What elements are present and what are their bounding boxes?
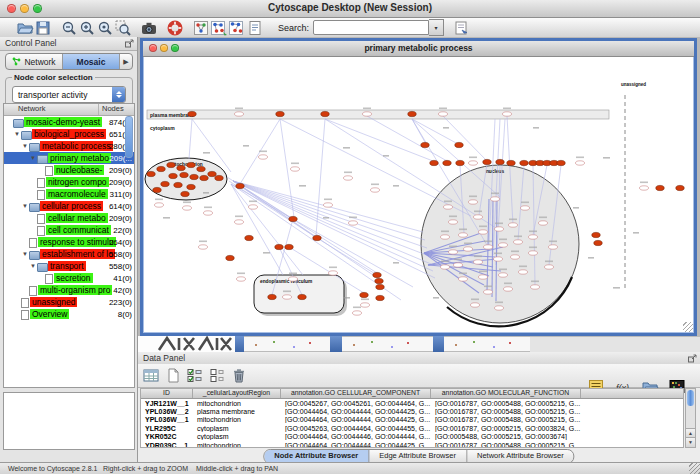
- network-tree-row[interactable]: unassigned223(0): [4, 296, 134, 308]
- network-tree-row[interactable]: cellular metabo209(0): [4, 212, 134, 224]
- network-node[interactable]: [469, 161, 478, 165]
- annotation-icon[interactable]: [246, 19, 264, 37]
- network-node[interactable]: [464, 247, 473, 251]
- background-window-preview[interactable]: [444, 336, 530, 352]
- background-window-frame[interactable]: [330, 336, 342, 352]
- network-node-selected[interactable]: [157, 166, 165, 171]
- column-cellular-layout-region[interactable]: _cellularLayoutRegion: [193, 389, 281, 398]
- network-node-selected[interactable]: [313, 235, 321, 240]
- network-node[interactable]: [329, 271, 338, 275]
- network-node[interactable]: [495, 227, 504, 231]
- tree-expand-icon[interactable]: ▼: [22, 200, 29, 212]
- network-node-selected[interactable]: [153, 187, 161, 192]
- network-node[interactable]: [499, 273, 508, 277]
- network-node-selected[interactable]: [190, 174, 198, 179]
- network-node[interactable]: [484, 290, 493, 294]
- table-row[interactable]: YDR039C__1mitochondrion[GO:0044464, GO:0…: [141, 441, 683, 448]
- search-dropdown-arrow-icon[interactable]: ▾: [429, 19, 444, 36]
- network-node-selected[interactable]: [276, 111, 284, 116]
- network-node-selected[interactable]: [208, 171, 216, 176]
- attribute-table-icon[interactable]: [142, 367, 160, 384]
- network-node-selected[interactable]: [455, 142, 463, 147]
- network-node[interactable]: [549, 245, 558, 249]
- network-node[interactable]: [449, 250, 458, 254]
- network-tree-row[interactable]: ▼metabolic process280(0): [4, 140, 134, 152]
- network-node[interactable]: [344, 176, 353, 180]
- network-node[interactable]: [469, 200, 478, 204]
- tree-expand-icon[interactable]: ▼: [22, 140, 29, 152]
- network-node[interactable]: [495, 306, 504, 310]
- network-tree-row[interactable]: macromolecule311(0): [4, 188, 134, 200]
- network-node[interactable]: [361, 303, 370, 307]
- network-node-selected[interactable]: [520, 160, 528, 165]
- network-node[interactable]: [529, 235, 538, 239]
- network-node-selected[interactable]: [373, 272, 381, 277]
- network-node[interactable]: [576, 161, 585, 165]
- table-row[interactable]: YKR052Ccytoplasm[GO:0044464, GO:0044446,…: [141, 433, 683, 441]
- network-node-selected[interactable]: [161, 181, 169, 186]
- network-node-selected[interactable]: [147, 171, 155, 176]
- tree-scrollbar-thumb[interactable]: [125, 116, 133, 158]
- table-row[interactable]: YJR121W__1mitochondrion[GO:0045267, GO:0…: [141, 399, 683, 407]
- network-node-selected[interactable]: [421, 142, 429, 147]
- table-row[interactable]: YLR295Ccytoplasm[GO:0045263, GO:0044464,…: [141, 424, 683, 432]
- network-node[interactable]: [289, 277, 298, 281]
- network-node[interactable]: [491, 197, 500, 201]
- network-node-selected[interactable]: [483, 159, 491, 164]
- copy-network-view-icon[interactable]: [210, 19, 228, 37]
- network-node[interactable]: [531, 285, 540, 289]
- tree-expand-icon[interactable]: ▼: [14, 128, 21, 140]
- network-node[interactable]: [291, 167, 300, 171]
- network-node[interactable]: [499, 243, 508, 247]
- network-node-selected[interactable]: [298, 294, 306, 299]
- table-scrollbar-thumb[interactable]: [687, 390, 694, 406]
- network-node[interactable]: [640, 186, 649, 190]
- tab-network[interactable]: Network: [6, 54, 63, 69]
- save-icon[interactable]: [34, 19, 52, 37]
- network-node[interactable]: [441, 235, 450, 239]
- network-node[interactable]: [371, 188, 380, 192]
- network-node-selected[interactable]: [188, 111, 196, 116]
- zoom-in-icon[interactable]: [78, 19, 96, 37]
- birds-eye-view[interactable]: [3, 392, 135, 450]
- column-go-cellular-component[interactable]: annotation.GO CELLULAR_COMPONENT: [281, 389, 431, 398]
- network-node[interactable]: [353, 311, 362, 315]
- background-window-zoomed-label[interactable]: [155, 336, 235, 352]
- network-node-selected[interactable]: [285, 244, 293, 249]
- network-node[interactable]: [503, 112, 512, 116]
- delete-attribute-trash-icon[interactable]: [230, 367, 248, 384]
- network-node-selected[interactable]: [456, 160, 464, 165]
- network-node-selected[interactable]: [174, 182, 182, 187]
- network-node-selected[interactable]: [169, 173, 177, 178]
- network-node[interactable]: [459, 277, 468, 281]
- network-canvas[interactable]: plasma membrane cytoplasm mitochondrion …: [143, 57, 694, 333]
- network-tree-row[interactable]: ▼cellular process614(0): [4, 200, 134, 212]
- network-node[interactable]: [235, 220, 244, 224]
- network-node[interactable]: [449, 220, 458, 224]
- network-node-selected[interactable]: [496, 159, 504, 164]
- app-title-bar[interactable]: Cytoscape Desktop (New Session): [0, 0, 700, 18]
- network-node[interactable]: [235, 112, 244, 116]
- network-node-selected[interactable]: [236, 183, 244, 188]
- snapshot-camera-icon[interactable]: [140, 19, 158, 37]
- network-node-selected[interactable]: [408, 111, 416, 116]
- network-node[interactable]: [155, 203, 164, 207]
- network-node-selected[interactable]: [594, 240, 602, 245]
- select-attributes-icon[interactable]: [186, 367, 204, 384]
- node-color-select[interactable]: transporter activity: [12, 86, 126, 103]
- unselect-attributes-icon[interactable]: [208, 367, 226, 384]
- window-resize-grip[interactable]: [683, 322, 693, 332]
- network-node[interactable]: [511, 255, 520, 259]
- help-lifebuoy-icon[interactable]: [166, 19, 184, 37]
- network-node-selected[interactable]: [376, 284, 384, 289]
- network-node-selected[interactable]: [376, 295, 384, 300]
- network-node[interactable]: [454, 263, 463, 267]
- network-tree-row[interactable]: ▼biological_process651(0): [4, 128, 134, 140]
- network-node[interactable]: [183, 206, 192, 210]
- tree-column-network[interactable]: Network: [4, 104, 99, 115]
- network-node[interactable]: [484, 245, 493, 249]
- network-node[interactable]: [471, 303, 480, 307]
- search-input[interactable]: [313, 20, 429, 35]
- network-node[interactable]: [283, 295, 292, 299]
- network-node[interactable]: [363, 112, 372, 116]
